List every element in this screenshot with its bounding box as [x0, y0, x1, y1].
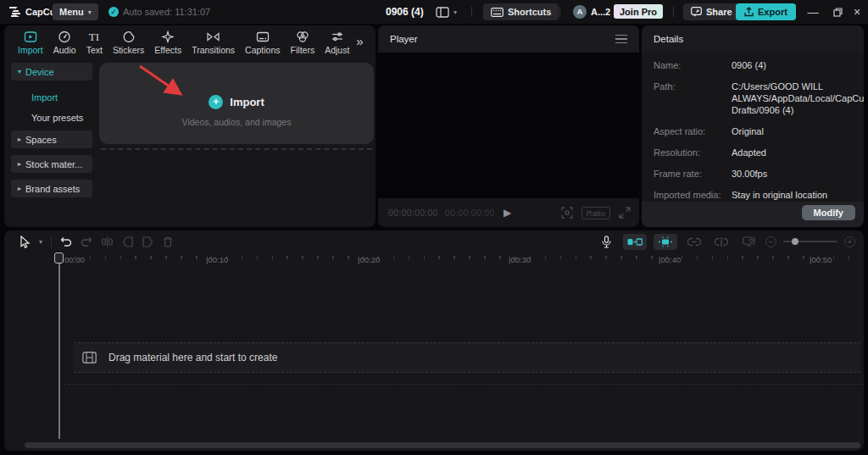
undo-button[interactable] [56, 233, 76, 250]
effects-tab-icon [161, 31, 175, 43]
magnet-clips-icon [627, 237, 643, 247]
details-panel: Details Name: 0906 (4) Path: C:/Users/GO… [642, 25, 864, 227]
account-chip[interactable]: A A...2 [573, 3, 610, 20]
tool-dropdown-chevron[interactable]: ▾ [35, 233, 47, 250]
delete-right-button[interactable] [137, 233, 158, 250]
text-tab-icon: TI [86, 31, 102, 43]
menu-button[interactable]: Menu▾ [53, 3, 98, 20]
media-clip-icon [82, 352, 97, 363]
tab-filters[interactable]: Filters [286, 31, 320, 55]
player-menu-icon[interactable] [615, 35, 627, 44]
autosave-status: ✓ Auto saved: 11:31:07 [108, 3, 210, 20]
timeline-zoom-slider[interactable] [783, 241, 837, 242]
divider [673, 7, 674, 17]
keyboard-icon [491, 8, 504, 17]
unlink-button[interactable] [711, 233, 732, 250]
tab-effects[interactable]: Effects [149, 31, 186, 55]
stickers-tab-icon [122, 31, 136, 43]
zoom-slider-handle[interactable] [792, 238, 798, 245]
tab-transitions[interactable]: Transitions [186, 31, 240, 55]
join-pro-button[interactable]: Join Pro [614, 4, 663, 19]
split-button[interactable] [97, 233, 117, 250]
preview-axis-button[interactable] [738, 233, 759, 250]
layout-icon [436, 7, 449, 18]
track-divider-dashed [64, 384, 864, 385]
close-button[interactable]: × [848, 3, 866, 20]
adjust-tab-icon [331, 31, 344, 43]
player-controls: 00:00:00:00 00:00:00:00 ▶ Ratio [378, 198, 639, 227]
play-button[interactable]: ▶ [504, 207, 511, 219]
import-tab-icon [24, 31, 37, 43]
triangle-right-icon: ▸ [18, 185, 21, 192]
timeline-scrollbar[interactable] [25, 442, 860, 448]
avatar[interactable]: A [573, 5, 587, 19]
media-strip-placeholder [101, 148, 372, 150]
auto-snap-icon [658, 236, 673, 247]
import-dropzone[interactable]: + Import Videos, audios, and images [99, 63, 374, 144]
share-icon [691, 7, 702, 17]
timeline-drop-track[interactable]: Drag material here and start to create [74, 342, 860, 373]
svg-text:TI: TI [89, 31, 99, 43]
shortcuts-button[interactable]: Shortcuts [483, 3, 559, 20]
filters-tab-icon [296, 31, 309, 43]
plus-icon[interactable]: + [209, 95, 223, 109]
record-voiceover-button[interactable] [596, 233, 616, 250]
delete-right-icon [142, 236, 153, 247]
sidebar-item-device[interactable]: ▾ Device [11, 63, 92, 80]
tab-captions[interactable]: Captions [240, 31, 285, 55]
auto-snap-toggle[interactable] [654, 234, 677, 250]
playhead-handle[interactable] [54, 252, 64, 264]
link-button[interactable] [684, 233, 704, 250]
tab-text[interactable]: TI Text [81, 31, 108, 55]
account-name: A...2 [591, 7, 610, 17]
fit-screen-icon[interactable] [561, 207, 573, 219]
detail-row-imported-media: Imported media: Stay in original locatio… [642, 189, 864, 201]
tab-stickers[interactable]: Stickers [108, 31, 149, 55]
export-button[interactable]: Export [736, 3, 796, 20]
current-timecode: 00:00:00:00 [388, 208, 438, 218]
player-header: Player [378, 25, 639, 53]
minimize-button[interactable]: — [804, 3, 822, 20]
share-button[interactable]: Share [683, 3, 740, 20]
maximize-button[interactable] [828, 3, 847, 20]
preview-axis-icon [743, 236, 755, 247]
detail-row-frame-rate: Frame rate: 30.00fps [642, 168, 864, 180]
sidebar-item-stock-material[interactable]: ▸ Stock mater... [11, 155, 92, 173]
total-timecode: 00:00:00:00 [445, 208, 495, 218]
details-title: Details [654, 34, 683, 44]
details-footer: Modify [642, 202, 864, 227]
delete-left-icon [122, 236, 133, 247]
tab-audio[interactable]: Audio [48, 31, 81, 55]
layout-switch-button[interactable]: ▾ [436, 3, 457, 20]
unlink-icon [715, 236, 728, 247]
sidebar-item-import[interactable]: Import [11, 88, 92, 106]
playhead-line[interactable] [58, 254, 60, 439]
timeline-ruler[interactable]: 00:00 |00:10 |00:20 |00:30 |00:40 |00:50 [4, 252, 864, 268]
triangle-right-icon: ▸ [18, 136, 21, 143]
main-track-magnet-toggle[interactable] [623, 234, 647, 250]
media-panel: Import Audio TI Text Stickers Effects Tr… [4, 25, 376, 227]
sidebar-item-your-presets[interactable]: Your presets [11, 108, 92, 126]
dropzone-subtitle: Videos, audios, and images [99, 117, 374, 127]
select-tool-button[interactable] [14, 233, 35, 250]
zoom-in-button[interactable]: + [844, 236, 855, 247]
redo-button[interactable] [76, 233, 97, 250]
delete-left-button[interactable] [117, 233, 137, 250]
undo-icon [60, 236, 72, 247]
more-tabs-chevron[interactable]: » [356, 34, 363, 48]
modify-button[interactable]: Modify [802, 205, 855, 220]
tab-import[interactable]: Import [13, 31, 48, 55]
fullscreen-icon[interactable] [619, 207, 631, 219]
video-preview-area[interactable] [378, 53, 639, 198]
ruler-label: |00:40 [659, 255, 681, 264]
cursor-icon [19, 236, 31, 248]
sidebar-item-spaces[interactable]: ▸ Spaces [11, 130, 92, 148]
ratio-button[interactable]: Ratio [581, 207, 610, 219]
tab-adjust[interactable]: Adjust [320, 31, 354, 55]
ruler-label: 00:00 [64, 255, 85, 264]
delete-button[interactable] [158, 233, 178, 250]
divider [559, 7, 560, 17]
zoom-out-button[interactable]: − [765, 236, 776, 247]
capcut-window: CapCut Menu▾ ✓ Auto saved: 11:31:07 0906… [0, 0, 868, 455]
sidebar-item-brand-assets[interactable]: ▸ Brand assets [11, 180, 92, 197]
